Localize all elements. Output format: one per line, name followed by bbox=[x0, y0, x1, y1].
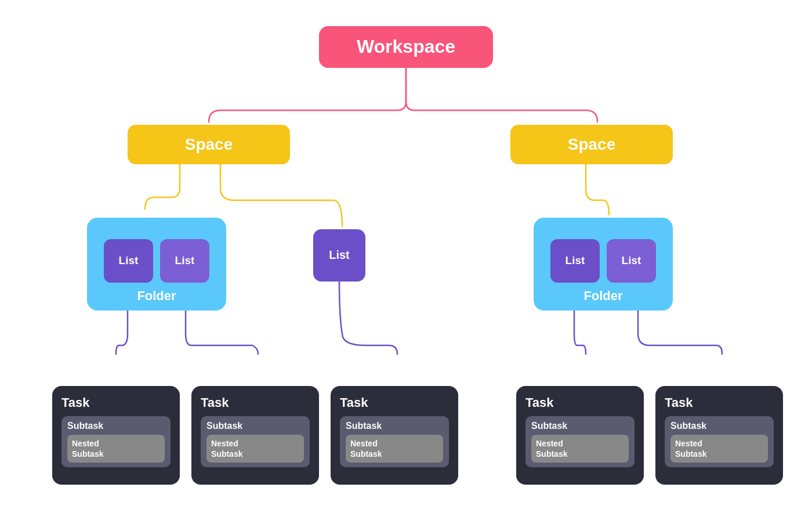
task-4-subtask-title: Subtask bbox=[531, 421, 629, 431]
folder-left-list-2: List bbox=[160, 239, 209, 283]
standalone-list-label: List bbox=[329, 248, 350, 262]
space-right-node: Space bbox=[510, 125, 673, 164]
task-node-3: Task Subtask NestedSubtask bbox=[331, 386, 458, 485]
task-node-4: Task Subtask NestedSubtask bbox=[516, 386, 644, 485]
diagram-container: Workspace Space Space List List Folder L… bbox=[29, 9, 783, 508]
task-1-nested: NestedSubtask bbox=[67, 435, 165, 463]
folder-right-label: Folder bbox=[583, 288, 622, 304]
folder-right-list-1: List bbox=[550, 239, 600, 283]
workspace-label: Workspace bbox=[357, 36, 455, 57]
task-5-subtask-box: Subtask NestedSubtask bbox=[665, 416, 774, 467]
task-5-nested: NestedSubtask bbox=[670, 435, 768, 463]
task-node-1: Task Subtask NestedSubtask bbox=[52, 386, 180, 485]
task-5-subtask-title: Subtask bbox=[670, 421, 768, 431]
task-2-nested: NestedSubtask bbox=[206, 435, 304, 463]
folder-left-list-1: List bbox=[104, 239, 153, 283]
task-1-subtask-title: Subtask bbox=[67, 421, 165, 431]
task-1-subtask-box: Subtask NestedSubtask bbox=[61, 416, 171, 467]
task-node-5: Task Subtask NestedSubtask bbox=[655, 386, 783, 485]
task-3-nested: NestedSubtask bbox=[346, 435, 443, 463]
task-node-2: Task Subtask NestedSubtask bbox=[191, 386, 319, 485]
task-4-title: Task bbox=[525, 395, 554, 410]
task-2-subtask-box: Subtask NestedSubtask bbox=[201, 416, 310, 467]
folder-left-label: Folder bbox=[137, 288, 176, 304]
task-3-title: Task bbox=[340, 395, 368, 410]
task-2-title: Task bbox=[201, 395, 229, 410]
folder-left-node: List List Folder bbox=[87, 218, 226, 311]
task-5-title: Task bbox=[665, 395, 693, 410]
task-3-subtask-box: Subtask NestedSubtask bbox=[340, 416, 449, 467]
space-right-label: Space bbox=[568, 135, 616, 154]
space-left-label: Space bbox=[185, 135, 233, 154]
space-left-node: Space bbox=[128, 125, 290, 164]
folder-right-node: List List Folder bbox=[534, 218, 673, 311]
standalone-list-node: List bbox=[313, 229, 365, 282]
task-1-title: Task bbox=[61, 395, 90, 410]
task-4-subtask-box: Subtask NestedSubtask bbox=[525, 416, 635, 467]
task-4-nested: NestedSubtask bbox=[531, 435, 629, 463]
task-2-subtask-title: Subtask bbox=[206, 421, 304, 431]
folder-left-lists: List List bbox=[104, 231, 209, 283]
task-3-subtask-title: Subtask bbox=[346, 421, 443, 431]
folder-right-list-2: List bbox=[607, 239, 656, 283]
workspace-node: Workspace bbox=[319, 26, 493, 68]
folder-right-lists: List List bbox=[550, 231, 656, 283]
